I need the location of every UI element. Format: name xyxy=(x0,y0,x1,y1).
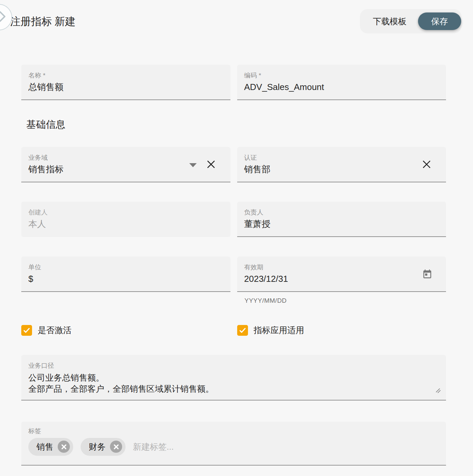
business-caliber-textarea[interactable]: 业务口径 公司业务总销售额。 全部产品，全部客户，全部销售区域累计销售额。 xyxy=(21,355,446,400)
metric-app-checkbox-label: 指标应用适用 xyxy=(254,325,304,336)
creator-label: 创建人 xyxy=(28,209,224,216)
code-label: 编码 * xyxy=(244,72,440,79)
valid-until-label: 有效期 xyxy=(244,264,440,271)
section-title-basic-info: 基础信息 xyxy=(26,118,446,131)
new-tag-input[interactable] xyxy=(133,442,241,452)
valid-until-value: 2023/12/31 xyxy=(244,274,440,284)
certification-field[interactable]: 认证 销售部 xyxy=(237,147,446,182)
valid-until-field[interactable]: 有效期 2023/12/31 xyxy=(237,257,446,292)
certification-value: 销售部 xyxy=(244,164,440,175)
tag-chip-label: 财务 xyxy=(89,441,106,452)
creator-value: 本人 xyxy=(28,219,224,229)
name-label: 名称 * xyxy=(28,72,224,79)
date-format-helper: YYYY/MM/DD xyxy=(237,297,446,304)
metric-app-checkbox-item[interactable]: 指标应用适用 xyxy=(237,325,446,336)
business-domain-select[interactable]: 业务域 销售指标 xyxy=(21,147,230,182)
unit-label: 单位 xyxy=(28,264,224,271)
name-field[interactable]: 名称 * 总销售额 xyxy=(21,65,230,100)
clear-business-domain-icon[interactable] xyxy=(206,160,216,170)
name-value: 总销售额 xyxy=(28,82,224,92)
metric-app-checkbox[interactable] xyxy=(237,325,248,336)
owner-value: 董萧授 xyxy=(244,219,440,229)
header-actions: 下载模板 保存 xyxy=(360,9,462,33)
dropdown-caret-icon[interactable] xyxy=(189,163,197,167)
clear-certification-icon[interactable] xyxy=(422,160,431,170)
unit-value: $ xyxy=(28,274,224,284)
certification-label: 认证 xyxy=(244,154,440,161)
active-checkbox[interactable] xyxy=(21,325,32,336)
owner-label: 负责人 xyxy=(244,209,440,216)
code-field[interactable]: 编码 * ADV_Sales_Amount xyxy=(237,65,446,100)
tag-chip-finance[interactable]: 财务 xyxy=(81,438,126,456)
business-domain-label: 业务域 xyxy=(28,154,224,161)
tags-label: 标签 xyxy=(28,427,439,435)
download-template-button[interactable]: 下载模板 xyxy=(373,16,407,27)
page-title: 注册指标 新建 xyxy=(10,14,76,29)
remove-tag-icon[interactable] xyxy=(110,441,122,453)
business-caliber-value: 公司业务总销售额。 全部产品，全部客户，全部销售区域累计销售额。 xyxy=(28,372,439,394)
owner-field[interactable]: 负责人 董萧授 xyxy=(237,202,446,237)
chevron-right-icon xyxy=(0,10,6,24)
creator-field: 创建人 本人 xyxy=(21,202,230,237)
active-checkbox-label: 是否激活 xyxy=(38,325,72,336)
tag-chip-sales[interactable]: 销售 xyxy=(28,438,73,456)
save-button[interactable]: 保存 xyxy=(418,12,461,30)
active-checkbox-item[interactable]: 是否激活 xyxy=(21,325,230,336)
code-value: ADV_Sales_Amount xyxy=(244,82,440,92)
calendar-icon[interactable] xyxy=(422,269,433,280)
remove-tag-icon[interactable] xyxy=(58,441,70,453)
page-header: 注册指标 新建 下载模板 保存 xyxy=(0,0,473,33)
form-body: 名称 * 总销售额 编码 * ADV_Sales_Amount 基础信息 业务域… xyxy=(21,65,446,466)
business-caliber-label: 业务口径 xyxy=(28,362,439,369)
tag-chip-label: 销售 xyxy=(36,441,53,452)
unit-field[interactable]: 单位 $ xyxy=(21,257,230,292)
resize-handle-icon[interactable] xyxy=(435,388,441,395)
tags-field[interactable]: 标签 销售 财务 xyxy=(21,422,446,466)
